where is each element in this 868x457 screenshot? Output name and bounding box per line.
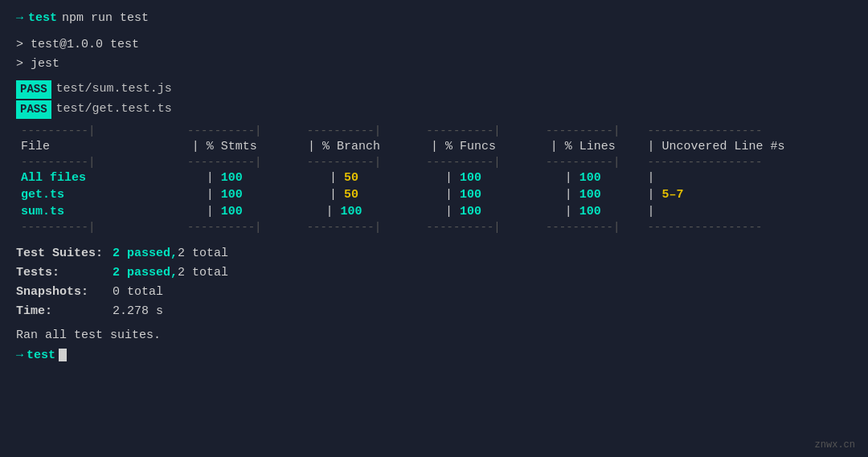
- summary-snapshots: Snapshots: 0 total: [16, 283, 852, 302]
- suites-passed: 2 passed,: [113, 244, 178, 263]
- pass-badge-1: PASS: [16, 80, 51, 99]
- row-sum-branch: | 100: [285, 203, 404, 220]
- output-line-2: > jest: [16, 55, 852, 74]
- row-all-branch: | 50: [285, 169, 404, 186]
- col-header-uncovered: | Uncovered Line #s: [642, 138, 852, 155]
- row-sum-stmts: | 100: [165, 203, 285, 220]
- suites-label: Test Suites:: [16, 244, 113, 263]
- command-label: test: [28, 10, 57, 28]
- coverage-row-get: get.ts | 100 | 50 | 100 | 100 | 5–7: [16, 186, 852, 203]
- col-header-branch: | % Branch: [285, 138, 404, 155]
- output-text-1: > test@1.0.0 test: [16, 36, 139, 55]
- pass-line-1: PASS test/sum.test.js: [16, 80, 852, 99]
- col-header-lines: | % Lines: [523, 138, 643, 155]
- row-all-stmts: | 100: [165, 169, 285, 186]
- footer-text: Ran all test suites.: [16, 328, 161, 342]
- row-sum-uncovered: |: [642, 203, 852, 220]
- row-all-uncovered: |: [642, 169, 852, 186]
- col-header-file: File: [16, 138, 165, 155]
- row-get-funcs: | 100: [403, 186, 523, 203]
- col-header-stmts: | % Stmts: [165, 138, 285, 155]
- coverage-table: ----------| ----------| ----------| ----…: [16, 124, 852, 235]
- summary-time: Time: 2.278 s: [16, 302, 852, 321]
- divider-top: ----------| ----------| ----------| ----…: [16, 124, 852, 138]
- time-value: 2.278 s: [113, 302, 163, 321]
- row-get-uncovered: | 5–7: [642, 186, 852, 203]
- divider-bottom: ----------| ----------| ----------| ----…: [16, 220, 852, 235]
- pass-line-2: PASS test/get.test.ts: [16, 100, 852, 119]
- row-all-lines: | 100: [523, 169, 643, 186]
- coverage-row-sum: sum.ts | 100 | 100 | 100 | 100 |: [16, 203, 852, 220]
- row-all-file: All files: [16, 169, 165, 186]
- row-sum-file: sum.ts: [16, 203, 165, 220]
- divider-mid: ----------| ----------| ----------| ----…: [16, 155, 852, 169]
- suites-total: 2 total: [178, 244, 228, 263]
- command-line: → test npm run test: [16, 10, 852, 28]
- row-get-stmts: | 100: [165, 186, 285, 203]
- prompt-arrow-icon: →: [16, 349, 23, 362]
- output-text-2: > jest: [16, 55, 59, 74]
- time-label: Time:: [16, 302, 113, 321]
- row-get-branch: | 50: [285, 186, 404, 203]
- arrow-icon: →: [16, 10, 23, 28]
- row-get-file: get.ts: [16, 186, 165, 203]
- row-sum-funcs: | 100: [403, 203, 523, 220]
- command-text: npm run test: [62, 10, 149, 28]
- pass-badge-2: PASS: [16, 100, 51, 119]
- summary-section: Test Suites: 2 passed, 2 total Tests: 2 …: [16, 244, 852, 321]
- prompt-line: → test: [16, 349, 852, 362]
- output-line-1: > test@1.0.0 test: [16, 36, 852, 55]
- snapshots-value: 0 total: [113, 283, 163, 302]
- tests-total: 2 total: [178, 263, 228, 283]
- tests-passed: 2 passed,: [113, 263, 178, 283]
- prompt-label: test: [27, 349, 55, 362]
- cursor-block: [59, 349, 67, 361]
- summary-suites: Test Suites: 2 passed, 2 total: [16, 244, 852, 263]
- footer-line: Ran all test suites.: [16, 326, 852, 345]
- tests-label: Tests:: [16, 263, 113, 283]
- terminal: → test npm run test > test@1.0.0 test > …: [16, 10, 852, 447]
- row-get-lines: | 100: [523, 186, 643, 203]
- col-header-funcs: | % Funcs: [403, 138, 523, 155]
- coverage-header: File | % Stmts | % Branch | % Funcs | % …: [16, 138, 852, 155]
- snapshots-label: Snapshots:: [16, 283, 113, 302]
- summary-tests: Tests: 2 passed, 2 total: [16, 263, 852, 283]
- row-all-funcs: | 100: [403, 169, 523, 186]
- coverage-row-all: All files | 100 | 50 | 100 | 100 |: [16, 169, 852, 186]
- pass-file-1: test/sum.test.js: [56, 80, 172, 99]
- watermark: znwx.cn: [815, 439, 855, 451]
- row-sum-lines: | 100: [523, 203, 643, 220]
- pass-file-2: test/get.test.ts: [56, 100, 172, 119]
